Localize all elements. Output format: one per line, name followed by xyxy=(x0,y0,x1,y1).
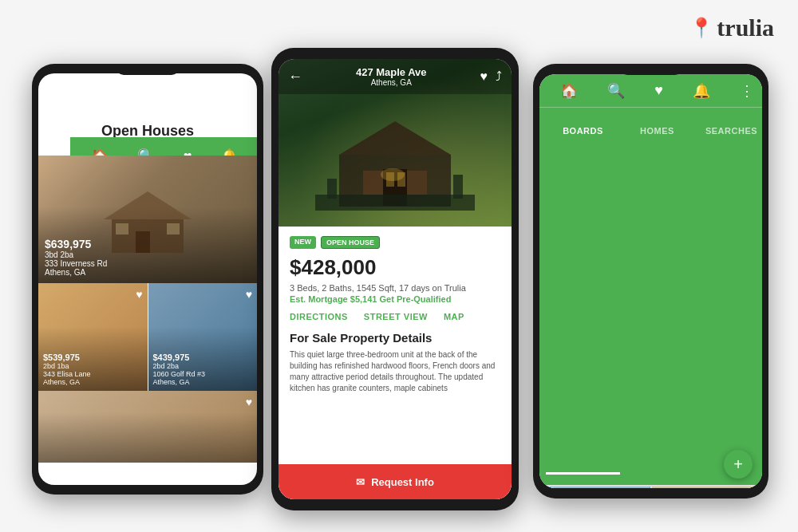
address-main: 427 Maple Ave xyxy=(356,66,427,78)
phone-property-detail: ← 427 Maple Ave Athens, GA ♥ ⤴ NEW OPEN … xyxy=(271,48,519,510)
hero-price: $639,975 xyxy=(45,238,107,250)
svg-rect-2 xyxy=(136,231,150,253)
address-block: 427 Maple Ave Athens, GA xyxy=(356,66,427,87)
hero-baths: 2ba xyxy=(60,250,73,259)
pin-icon: 📍 xyxy=(689,17,713,39)
tab-searches[interactable]: SEARCHES xyxy=(694,118,762,475)
section-title: For Sale Property Details xyxy=(290,331,500,345)
listing-1-price: $539,975 xyxy=(43,353,91,362)
add-board-button[interactable]: + xyxy=(724,450,753,479)
map-btn[interactable]: MAP xyxy=(444,312,464,321)
svg-rect-3 xyxy=(116,223,128,234)
svg-rect-8 xyxy=(407,171,427,195)
hero-address: 333 Inverness Rd xyxy=(45,259,107,268)
night-house-svg xyxy=(315,115,475,211)
house-svg xyxy=(96,187,200,259)
listing-1-info: $539,975 2bd 1ba 343 Elisa Lane Athens, … xyxy=(43,353,91,386)
email-icon: ✉ xyxy=(356,476,365,488)
board-east-bay[interactable]: East Bay Only Me 3 Homes xyxy=(652,487,761,488)
search-nav-icon-3[interactable]: 🔍 xyxy=(607,82,625,100)
svg-rect-13 xyxy=(327,179,337,199)
svg-rect-7 xyxy=(363,171,383,195)
heart-btn-1[interactable]: ♥ xyxy=(136,288,142,301)
hero-listing[interactable]: $639,975 3bd 2ba 333 Inverness Rd Athens… xyxy=(38,156,257,283)
listing-1-baths: 1ba xyxy=(57,362,69,370)
listing-col-2[interactable]: ♥ $439,975 2bd 2ba 1060 Golf Rd #3 Athen… xyxy=(148,283,258,391)
svg-rect-14 xyxy=(453,175,463,199)
listing-2-address: 1060 Golf Rd #3 xyxy=(153,370,206,378)
listing-1-address: 343 Elisa Lane xyxy=(43,370,91,378)
more-nav-icon-3[interactable]: ⋮ xyxy=(740,82,754,100)
listing-1-beds: 2bd xyxy=(43,362,55,370)
detail-nav: ← 427 Maple Ave Athens, GA ♥ ⤴ xyxy=(279,59,512,94)
badge-open-house: OPEN HOUSE xyxy=(321,236,380,249)
card-overlay-eastbay xyxy=(652,487,761,488)
hero-city: Athens, GA xyxy=(45,268,107,277)
home-nav-icon-3[interactable]: 🏠 xyxy=(560,82,578,100)
tabs-bar: BOARDS HOMES SEARCHES xyxy=(539,107,762,485)
svg-rect-4 xyxy=(167,223,180,234)
listing-2-beds: 2bd xyxy=(153,362,165,370)
tab-boards[interactable]: BOARDS xyxy=(546,118,620,475)
heart-nav-icon-3[interactable]: ♥ xyxy=(654,82,663,99)
detail-content: NEW OPEN HOUSE $428,000 3 Beds, 2 Baths,… xyxy=(279,227,512,499)
detail-price: $428,000 xyxy=(290,255,500,280)
listing-col-1[interactable]: ♥ $539,975 2bd 1ba 343 Elisa Lane Athens… xyxy=(38,283,148,391)
svg-point-15 xyxy=(381,168,405,181)
svg-marker-6 xyxy=(339,121,451,155)
phone-open-houses: 🏠 🔍 ♥ 🔔 ⋮ Open Houses in Athens $639,975 xyxy=(32,64,263,495)
heart-btn-3[interactable]: ♥ xyxy=(246,396,252,408)
hero-beds: 3bd xyxy=(45,250,58,259)
listing-2-city: Athens, GA xyxy=(153,378,206,386)
badge-new: NEW xyxy=(290,236,316,249)
trulia-logo: 📍 trulia xyxy=(689,14,774,41)
heart-action-icon[interactable]: ♥ xyxy=(480,69,488,84)
listing-2-info: $439,975 2bd 2ba 1060 Golf Rd #3 Athens,… xyxy=(153,353,206,386)
mortgage-text: Est. Mortgage $5,141 xyxy=(290,294,377,304)
request-info-bar[interactable]: ✉ Request Info xyxy=(279,464,512,499)
badges: NEW OPEN HOUSE xyxy=(290,236,500,249)
card-overlay-sandiego xyxy=(541,487,650,488)
back-button[interactable]: ← xyxy=(288,69,302,85)
request-btn-label: Request Info xyxy=(371,476,434,488)
directions-btn[interactable]: DIRECTIONS xyxy=(290,312,348,321)
section-description: This quiet large three-bedroom unit at t… xyxy=(290,349,500,394)
phone-boards: 🏠 🔍 ♥ 🔔 ⋮ BOARDS HOMES SEARCHES xyxy=(533,64,768,499)
detail-actions: DIRECTIONS STREET VIEW MAP xyxy=(290,312,500,321)
svg-rect-12 xyxy=(315,195,475,211)
bell-nav-icon-3[interactable]: 🔔 xyxy=(693,82,710,100)
detail-specs: 3 Beds, 2 Baths, 1545 Sqft, 17 days on T… xyxy=(290,283,500,293)
share-action-icon[interactable]: ⤴ xyxy=(496,69,502,84)
boards-grid: San Diego Homes Only Me 4 Homes xyxy=(539,485,762,488)
hero-price-info: $639,975 3bd 2ba 333 Inverness Rd Athens… xyxy=(45,238,107,277)
listing-hero2[interactable]: ♥ xyxy=(38,391,257,463)
nav-actions: ♥ ⤴ xyxy=(480,69,502,84)
svg-marker-0 xyxy=(104,191,192,219)
listing-1-city: Athens, GA xyxy=(43,378,91,386)
board-san-diego[interactable]: San Diego Homes Only Me 4 Homes xyxy=(541,487,650,488)
listing-2-baths: 2ba xyxy=(167,362,179,370)
heart-btn-2[interactable]: ♥ xyxy=(246,288,252,301)
street-view-btn[interactable]: STREET VIEW xyxy=(364,312,428,321)
listing-2-price: $439,975 xyxy=(153,353,206,362)
detail-hero-image: ← 427 Maple Ave Athens, GA ♥ ⤴ xyxy=(279,59,512,227)
address-city: Athens, GA xyxy=(356,78,427,87)
tab-homes[interactable]: HOMES xyxy=(620,118,694,475)
detail-mortgage: Est. Mortgage $5,141 Get Pre-Qualified xyxy=(290,294,500,304)
qualify-link[interactable]: Get Pre-Qualified xyxy=(380,294,452,304)
logo-text: trulia xyxy=(717,14,774,41)
two-col-listings: ♥ $539,975 2bd 1ba 343 Elisa Lane Athens… xyxy=(38,283,257,391)
